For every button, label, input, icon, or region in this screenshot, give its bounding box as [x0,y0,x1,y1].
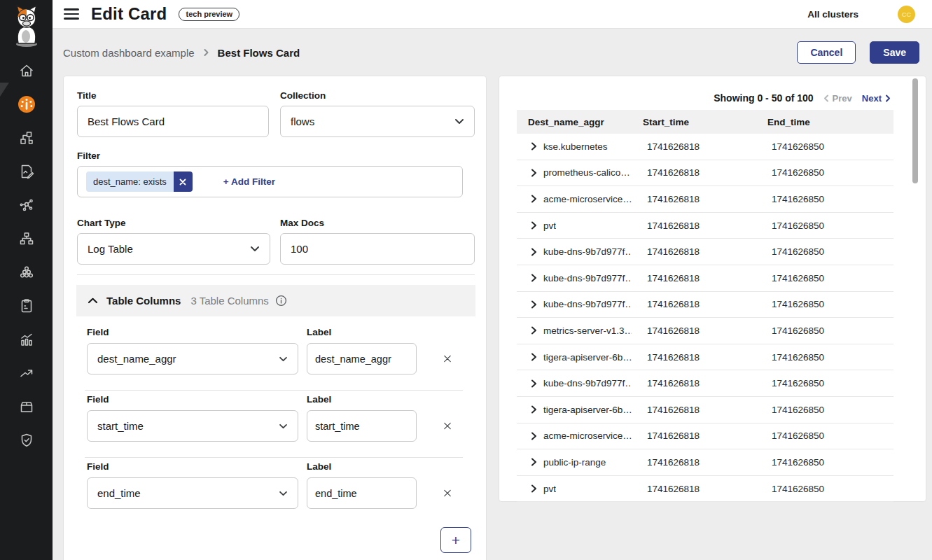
remove-column-button-1[interactable] [439,417,456,434]
menu-icon[interactable] [64,8,79,20]
remove-filter-button[interactable] [174,172,193,192]
expand-row-icon[interactable] [531,432,537,440]
table-columns-count: 3 Table Columns [190,295,268,307]
sidebar-item-home[interactable] [15,62,38,79]
label-input-2[interactable] [307,477,417,509]
expand-row-icon[interactable] [531,300,537,309]
table-row[interactable]: kube-dns-9b7d977f… 1741626818 1741626850 [517,370,893,397]
expand-row-icon[interactable] [531,353,537,361]
expand-row-icon[interactable] [531,274,537,282]
hierarchy-icon [18,230,35,247]
end-time-cell: 1741626850 [756,273,893,284]
sidebar-item-clusters[interactable] [15,264,38,281]
table-row[interactable]: metrics-server-v1.3… 1741626818 17416268… [517,318,893,344]
table-row[interactable]: kube-dns-9b7d977f… 1741626818 1741626850 [517,292,893,318]
field-select-0[interactable]: dest_name_aggr [87,343,298,374]
sidebar-item-logs[interactable] [15,163,38,180]
expand-row-icon[interactable] [531,405,537,414]
expand-row-icon[interactable] [531,195,537,203]
end-time-cell: 1741626850 [756,457,893,468]
next-button[interactable]: Next [862,93,891,104]
end-time-cell: 1741626850 [756,299,893,309]
start-time-cell: 1741626818 [632,457,756,468]
dest-name-cell: public-ip-range [543,457,606,468]
add-column-button[interactable]: + [440,527,471,553]
top-bar: Edit Card tech preview All clusters CC [53,0,932,29]
collection-select[interactable]: flows [280,106,475,137]
remove-column-button-0[interactable] [439,350,456,367]
expand-row-icon[interactable] [531,142,537,150]
dest-name-cell: kube-dns-9b7d977f… [543,378,632,388]
table-row[interactable]: prometheus-calico… 1741626818 1741626850 [517,160,893,187]
label-input-1[interactable] [307,410,417,442]
max-docs-input[interactable] [280,233,475,265]
expand-row-icon[interactable] [531,169,537,177]
expand-row-icon[interactable] [531,458,537,466]
field-select-1[interactable]: start_time [87,410,298,442]
cluster-selector[interactable]: All clusters [807,9,858,20]
table-columns-section-header[interactable]: Table Columns 3 Table Columns [76,285,475,316]
start-time-cell: 1741626818 [632,141,756,152]
field-select-2[interactable]: end_time [87,477,298,509]
table-row[interactable]: public-ip-range 1741626818 1741626850 [517,449,893,476]
end-time-cell: 1741626850 [756,405,893,415]
chart-type-select[interactable]: Log Table [77,233,270,265]
table-row[interactable]: kube-dns-9b7d977f… 1741626818 1741626850 [517,265,893,292]
chevron-up-icon[interactable] [88,298,98,304]
dest-name-cell: kse.kubernetes [543,141,608,152]
field-label: Field [87,327,109,337]
cancel-button[interactable]: Cancel [797,41,856,64]
chevron-down-icon [279,491,288,496]
table-row[interactable]: kube-dns-9b7d977f… 1741626818 1741626850 [517,239,893,265]
save-button[interactable]: Save [870,41,919,64]
breadcrumb-parent[interactable]: Custom dashboard example [63,47,195,59]
table-row[interactable]: acme-microservice… 1741626818 1741626850 [517,186,893,213]
avatar[interactable]: CC [898,6,915,23]
dest-name-cell: acme-microservice… [543,194,632,204]
add-filter-link[interactable]: + Add Filter [223,176,275,187]
max-docs-label: Max Docs [280,218,324,228]
prev-button[interactable]: Prev [823,93,852,104]
preview-table-header: Dest_name_aggr Start_time End_time [517,110,893,134]
dest-name-cell: kube-dns-9b7d977f… [543,246,632,257]
table-row[interactable]: pvt 1741626818 1741626850 [517,476,893,503]
expand-row-icon[interactable] [531,248,537,256]
expand-row-icon[interactable] [531,379,537,388]
label-input-0[interactable] [307,343,417,374]
sidebar-item-dashboard[interactable] [15,96,38,113]
table-row[interactable]: tigera-apiserver-6b… 1741626818 17416268… [517,397,893,424]
field-value-0: dest_name_aggr [97,353,176,365]
table-row[interactable]: tigera-apiserver-6b… 1741626818 17416268… [517,344,893,371]
table-row[interactable]: kse.kubernetes 1741626818 1741626850 [517,134,893,160]
remove-column-button-2[interactable] [439,484,456,501]
pagination: Showing 0 - 50 of 100 Prev Next [714,92,891,104]
close-icon [443,353,452,365]
table-row[interactable]: acme-microservice… 1741626818 1741626850 [517,424,893,450]
filter-box[interactable]: dest_name: exists + Add Filter [77,166,463,197]
info-icon[interactable] [275,295,287,307]
sidebar-item-threats[interactable] [15,197,38,214]
sidebar-item-reports[interactable] [15,298,38,314]
calico-cat-logo [8,4,45,51]
table-row[interactable]: pvt 1741626818 1741626850 [517,213,893,239]
expand-row-icon[interactable] [531,326,537,335]
expand-row-icon[interactable] [531,484,537,493]
start-time-cell: 1741626818 [632,430,756,441]
start-time-cell: 1741626818 [632,405,756,415]
dest-name-cell: prometheus-calico… [543,167,630,178]
start-time-cell: 1741626818 [632,299,756,309]
table-columns-title: Table Columns [106,295,181,307]
sidebar-item-security[interactable] [15,432,38,449]
title-input[interactable] [77,106,269,137]
sidebar-item-metrics[interactable] [15,331,38,348]
end-time-cell: 1741626850 [756,194,893,204]
sidebar-item-hierarchy[interactable] [15,230,38,247]
scrollbar-thumb[interactable] [912,78,918,183]
sidebar-item-trends[interactable] [15,365,38,382]
sidebar-item-registry[interactable] [15,398,38,415]
expand-row-icon[interactable] [531,221,537,230]
start-time-cell: 1741626818 [632,326,756,336]
sidebar-item-topology[interactable] [15,130,38,146]
edit-card-page: { "app": { "title": "Edit Card", "badge"… [0,0,932,560]
chevron-down-icon [454,118,464,125]
